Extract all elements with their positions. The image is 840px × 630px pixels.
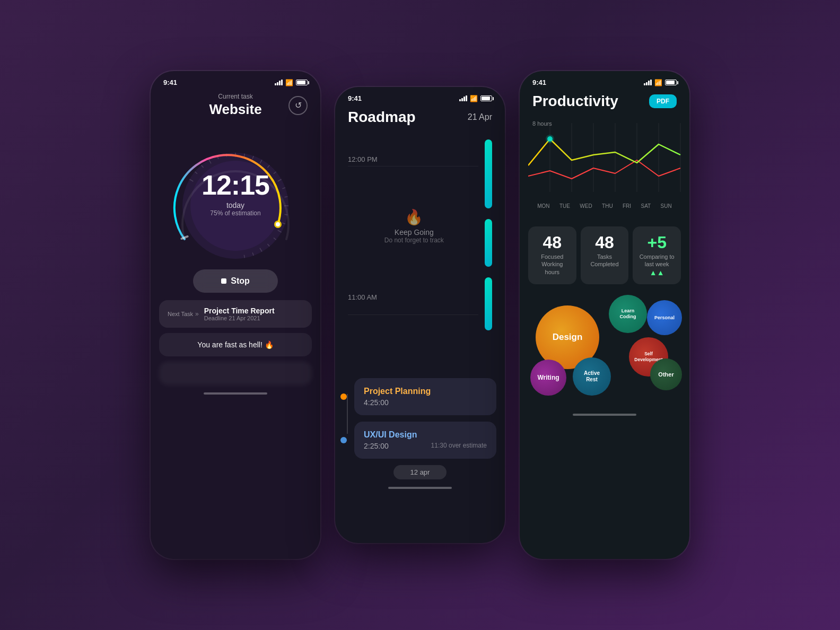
day-wed: WED	[580, 203, 592, 209]
status-icons-3: 📶	[644, 79, 677, 86]
next-task-label: Next Task »	[168, 310, 199, 318]
productivity-title: Productivity	[532, 93, 618, 110]
day-tue: TUE	[559, 203, 570, 209]
signal-icon-2	[459, 95, 467, 101]
day-thu: THU	[602, 203, 613, 209]
bubbles-area: Design LearnCoding Personal SelfDevelopm…	[520, 290, 689, 406]
stop-icon	[221, 278, 226, 284]
task1-name: Project Planning	[364, 387, 487, 396]
up-arrow-icon: ▲▲	[638, 268, 676, 277]
svg-line-16	[285, 197, 288, 197]
bubble-learn-coding: LearnCoding	[609, 295, 647, 333]
timer-time: 12:15	[202, 169, 269, 201]
stat3-label: Comparing tolast week	[638, 253, 676, 268]
status-icons-2: 📶	[459, 95, 492, 102]
current-task-label: Current task	[218, 93, 252, 100]
productivity-chart	[528, 115, 681, 205]
task-dot-2	[340, 437, 347, 443]
date-chip: 12 apr	[393, 465, 447, 479]
history-button[interactable]: ↺	[288, 96, 308, 115]
stat1-label: FocusedWorking hours	[533, 253, 571, 276]
teal-bar-3	[485, 277, 492, 330]
bubble-active-rest: ActiveRest	[573, 357, 611, 396]
task-card-2[interactable]: UX/UI Design 2:25:00 11:30 over estimate	[354, 422, 496, 459]
keep-going-area: 🔥 Keep Going Do not forget to track	[384, 208, 444, 244]
task2-duration: 2:25:00 11:30 over estimate	[364, 442, 487, 450]
task-card-1[interactable]: Project Planning 4:25:00	[354, 378, 496, 415]
p3-header: Productivity PDF	[520, 91, 689, 115]
roadmap-date: 21 Apr	[468, 112, 492, 122]
bubble-other: Other	[650, 358, 682, 390]
task2-overestimate: 11:30 over estimate	[431, 442, 487, 449]
flame-icon: 🔥	[384, 208, 444, 226]
task-cards-area: Project Planning 4:25:00 UX/UI Design 2:…	[335, 378, 505, 479]
stat3-number: +5	[638, 234, 676, 251]
next-task-info: Project Time Report Deadline 21 Apr 2021	[204, 307, 303, 321]
home-indicator-1	[204, 392, 267, 395]
next-task-deadline: Deadline 21 Apr 2021	[204, 315, 303, 321]
motivation-text: You are fast as hell! 🔥	[197, 340, 273, 349]
next-task-card[interactable]: Next Task » Project Time Report Deadline…	[159, 300, 312, 328]
wifi-icon-3: 📶	[654, 79, 662, 86]
task-name-display: Website	[209, 101, 261, 118]
stats-row: 48 FocusedWorking hours 48 TasksComplete…	[520, 221, 689, 290]
task1-duration: 4:25:00	[364, 398, 487, 407]
day-sat: SAT	[641, 203, 651, 209]
timer-estimation: 75% of estimation	[202, 209, 269, 217]
motivation-card: You are fast as hell! 🔥	[159, 333, 312, 356]
day-mon: MON	[537, 203, 549, 209]
battery-icon-2	[480, 95, 492, 101]
stat2-number: 48	[586, 234, 624, 251]
phones-container: 9:41 📶 Current task Website	[151, 71, 689, 559]
chevrons-icon: »	[195, 310, 199, 318]
bubble-writing: Writing	[530, 360, 566, 396]
chart-area: 8 hours	[520, 115, 689, 221]
svg-point-37	[546, 135, 554, 143]
teal-bar-1	[485, 139, 492, 208]
phone-roadmap: 9:41 📶 Roadmap 21 Apr	[335, 87, 505, 543]
wifi-icon-2: 📶	[470, 95, 478, 102]
task-dot-1	[340, 393, 347, 400]
stat-tasks-completed: 48 TasksCompleted	[581, 226, 629, 284]
home-indicator-2	[388, 487, 452, 489]
p2-header: Roadmap 21 Apr	[335, 107, 505, 134]
time-label-12pm: 12:00 PM	[348, 155, 378, 163]
status-icons-1: 📶	[275, 79, 308, 86]
timer-display: 12:15 today 75% of estimation	[202, 169, 269, 217]
p1-header: Current task Website ↺	[151, 91, 320, 126]
stat1-number: 48	[533, 234, 571, 251]
stat-focused-hours: 48 FocusedWorking hours	[528, 226, 576, 284]
chart-label-8h: 8 hours	[532, 120, 552, 127]
day-fri: FRI	[623, 203, 631, 209]
phone-productivity: 9:41 📶 Productivity PDF 8 hours	[520, 71, 689, 559]
pdf-button[interactable]: PDF	[649, 94, 677, 108]
phone-timer: 9:41 📶 Current task Website	[151, 71, 320, 559]
signal-icon-3	[644, 80, 652, 85]
stop-button[interactable]: Stop	[193, 269, 278, 293]
wifi-icon-1: 📶	[285, 79, 293, 86]
status-bar-2: 9:41 📶	[335, 87, 505, 107]
roadmap-title: Roadmap	[348, 109, 416, 126]
svg-line-9	[244, 154, 244, 157]
svg-line-25	[244, 255, 244, 258]
stat-comparing: +5 Comparing tolast week ▲▲	[633, 226, 681, 284]
timeline-area: 12:00 PM 11:00 AM 🔥 Keep Going Do not fo…	[335, 134, 505, 378]
task2-name: UX/UI Design	[364, 430, 487, 440]
time-display-3: 9:41	[532, 78, 546, 86]
bubble-personal: Personal	[647, 300, 682, 335]
keep-going-sub: Do not forget to track	[384, 237, 444, 244]
svg-point-27	[276, 222, 280, 226]
status-bar-1: 9:41 📶	[151, 71, 320, 91]
signal-icon-1	[275, 80, 283, 85]
battery-icon-1	[296, 80, 308, 85]
next-task-name: Project Time Report	[204, 307, 303, 315]
time-display-2: 9:41	[348, 94, 362, 102]
time-label-11am: 11:00 AM	[348, 293, 377, 301]
day-sun: SUN	[661, 203, 672, 209]
home-indicator-3	[573, 414, 636, 416]
keep-going-text: Keep Going	[384, 228, 444, 237]
battery-icon-3	[665, 80, 677, 85]
current-task-header: Current task Website	[209, 93, 261, 118]
status-bar-3: 9:41 📶	[520, 71, 689, 91]
gauge-container: 12:15 today 75% of estimation	[161, 126, 310, 264]
